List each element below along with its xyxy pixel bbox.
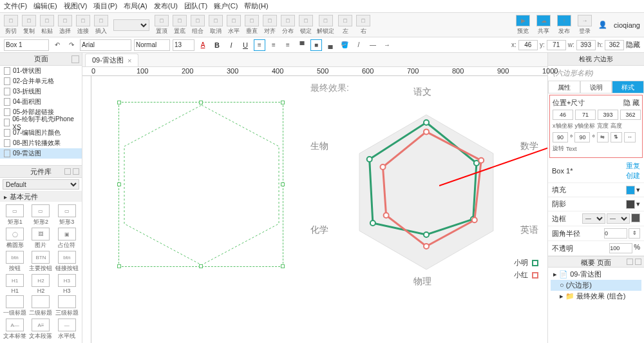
resize-handle[interactable] [281,264,285,268]
tab-active[interactable]: 09-雷达图× [85,54,138,66]
account-name[interactable]: cioqiang [614,21,640,29]
pages-add-icon[interactable] [71,55,79,63]
coord-w[interactable] [576,40,596,50]
tool-icon[interactable]: □ [191,15,205,26]
arrow-icon[interactable]: → [381,39,393,51]
widget-item[interactable]: ▣占位符 [55,228,79,250]
menu-publish[interactable]: 发布(U) [154,1,178,11]
close-icon[interactable]: × [128,57,131,64]
font-select[interactable] [80,39,131,51]
outline-root[interactable]: ▸ 📄 09-雷达图 [551,269,641,280]
valign-bot-icon[interactable]: ▄ [325,39,336,51]
menu-project[interactable]: 项目(P) [93,1,117,11]
widget-item[interactable]: ▭矩形1 [3,204,27,226]
menu-layout[interactable]: 布局(A) [124,1,147,11]
canvas[interactable]: 最终效果: 语文 数学 英语 物理 化学 生物 小明 小红 [91,76,547,343]
outline-filter-icon[interactable] [627,259,633,265]
library-group[interactable]: ▸ 基本元件 [0,191,82,202]
rot-1[interactable] [553,132,568,142]
align-left-icon[interactable]: ≡ [254,39,265,51]
tab-style[interactable]: 样式 [612,81,644,93]
selection-hexagon[interactable] [118,102,283,267]
preview-icon[interactable]: ▶ [516,15,530,26]
line-style-icon[interactable]: — [367,39,379,51]
hide-button[interactable]: 隐藏 [626,40,640,50]
tab-props[interactable]: 属性 [548,81,580,93]
valign-top-icon[interactable]: ▀ [296,39,308,51]
flip-v-icon[interactable]: ⇅ [611,132,622,142]
menu-help[interactable]: 帮助(H) [244,1,268,11]
page-item[interactable]: 09-雷达图 [0,148,82,159]
widget-item[interactable]: 三级标题 [55,295,79,317]
box-name[interactable]: Box 1* [552,167,573,175]
pos-h[interactable] [620,110,641,120]
tool-icon[interactable]: □ [94,15,108,26]
redo-icon[interactable]: ↷ [66,39,77,51]
library-set-select[interactable]: Default [3,179,79,190]
tool-icon[interactable]: □ [76,15,90,26]
pos-x[interactable] [553,110,573,120]
resize-handle[interactable] [281,182,285,186]
menu-team[interactable]: 团队(T) [184,1,207,11]
tool-icon[interactable]: □ [319,15,333,26]
border-color[interactable] [631,213,640,222]
text-color-icon[interactable]: A [197,39,209,51]
hide-link[interactable]: 隐 藏 [623,98,639,108]
valign-mid-icon[interactable]: ■ [310,39,322,51]
coord-x[interactable] [518,40,538,50]
tool-icon[interactable]: □ [40,15,54,26]
border-width[interactable]: — [607,213,630,224]
border-style[interactable]: — [582,213,605,224]
undo-icon[interactable]: ↶ [52,39,63,51]
widget-item[interactable]: A≡文本段落 [28,318,53,340]
widget-item[interactable]: BTN主要按钮 [28,251,53,273]
autosize-icon[interactable]: ↔ [624,132,636,142]
resize-handle[interactable] [117,264,121,268]
line-icon[interactable]: / [353,39,365,51]
tool-icon[interactable]: □ [22,15,36,26]
tool-icon[interactable]: □ [245,15,259,26]
fill-icon[interactable]: 🪣 [339,39,350,51]
share-icon[interactable]: ☁ [536,15,551,26]
tool-icon[interactable]: □ [299,15,313,26]
flip-h-icon[interactable]: ⇋ [597,132,609,142]
widget-item[interactable]: btn按钮 [3,251,27,273]
widget-item[interactable]: H1H1 [3,274,27,294]
widget-item[interactable]: 🖼图片 [28,228,53,250]
widget-item[interactable]: A—文本标签 [3,318,27,340]
tool-icon[interactable]: □ [4,15,18,26]
object-select[interactable] [4,39,49,51]
resize-handle[interactable] [281,101,285,104]
pos-w[interactable] [598,110,618,120]
italic-icon[interactable]: I [225,39,237,51]
menu-account[interactable]: 账户(C) [214,1,238,11]
radius-input[interactable] [604,228,627,239]
resize-handle[interactable] [199,264,203,268]
bold-icon[interactable]: B [211,39,223,51]
tab-notes[interactable]: 说明 [580,81,612,93]
page-item[interactable]: 01-饼状图 [0,66,82,76]
underline-icon[interactable]: U [240,39,251,51]
widget-item[interactable]: —水平线 [55,318,79,340]
radius-stepper[interactable]: ⇕ [629,228,640,239]
widget-item[interactable]: ▭矩形2 [28,204,53,226]
coord-h[interactable] [605,40,624,50]
align-right-icon[interactable]: ≡ [282,39,294,51]
pos-y[interactable] [575,110,596,120]
tool-icon[interactable]: □ [58,15,72,26]
resize-handle[interactable] [117,101,121,104]
create-link[interactable]: 创建 [626,172,640,179]
widget-item[interactable]: 一级标题 [3,295,27,317]
tool-icon[interactable]: □ [263,15,277,26]
rot-2[interactable] [574,132,590,142]
menu-edit[interactable]: 编辑(E) [33,1,57,11]
tool-icon[interactable]: □ [173,15,187,26]
menu-view[interactable]: 视图(V) [64,1,88,11]
page-item[interactable]: 02-合并单元格 [0,76,82,86]
widget-item[interactable]: 二级标题 [28,295,53,317]
resize-handle[interactable] [117,182,121,186]
tool-icon[interactable]: □ [155,15,169,26]
align-center-icon[interactable]: ≡ [268,39,279,51]
tool-icon[interactable]: □ [281,15,295,26]
coord-y[interactable] [547,40,566,50]
